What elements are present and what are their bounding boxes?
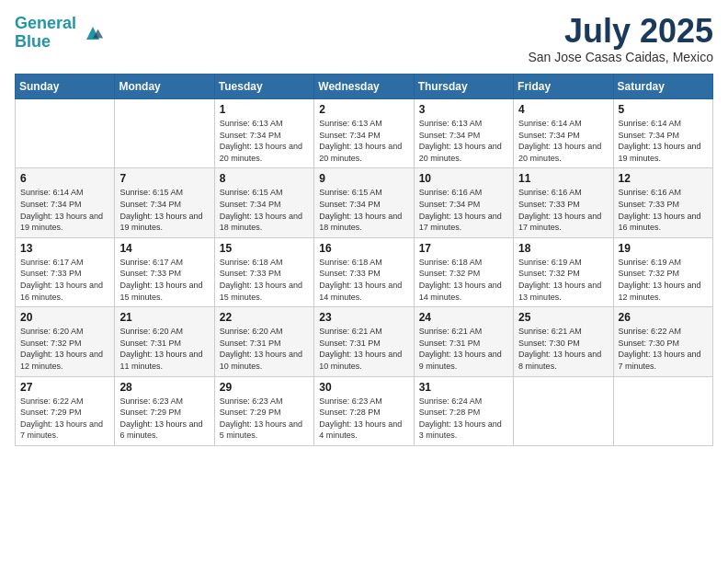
calendar-cell: 16Sunrise: 6:18 AM Sunset: 7:33 PM Dayli…	[314, 237, 414, 306]
calendar-cell: 14Sunrise: 6:17 AM Sunset: 7:33 PM Dayli…	[115, 237, 214, 306]
day-number: 6	[20, 172, 109, 185]
day-number: 15	[220, 242, 309, 255]
day-number: 20	[20, 311, 109, 324]
weekday-header-friday: Friday	[514, 75, 613, 99]
weekday-header-sunday: Sunday	[16, 75, 115, 99]
location-title: San Jose Casas Caidas, Mexico	[528, 50, 713, 64]
calendar-cell: 11Sunrise: 6:16 AM Sunset: 7:33 PM Dayli…	[514, 168, 613, 237]
day-number: 24	[419, 311, 508, 324]
day-info: Sunrise: 6:13 AM Sunset: 7:34 PM Dayligh…	[319, 118, 408, 164]
calendar-cell: 12Sunrise: 6:16 AM Sunset: 7:33 PM Dayli…	[613, 168, 712, 237]
day-info: Sunrise: 6:16 AM Sunset: 7:33 PM Dayligh…	[518, 187, 608, 233]
day-info: Sunrise: 6:23 AM Sunset: 7:29 PM Dayligh…	[220, 396, 309, 442]
calendar-cell: 26Sunrise: 6:22 AM Sunset: 7:30 PM Dayli…	[613, 307, 712, 376]
calendar-cell	[16, 99, 115, 168]
day-number: 7	[119, 172, 209, 185]
week-row-4: 20Sunrise: 6:20 AM Sunset: 7:32 PM Dayli…	[16, 307, 713, 376]
calendar-cell: 27Sunrise: 6:22 AM Sunset: 7:29 PM Dayli…	[16, 376, 115, 445]
day-info: Sunrise: 6:16 AM Sunset: 7:33 PM Dayligh…	[619, 187, 708, 233]
calendar-cell: 20Sunrise: 6:20 AM Sunset: 7:32 PM Dayli…	[16, 307, 115, 376]
day-number: 11	[518, 172, 608, 185]
calendar-cell: 8Sunrise: 6:15 AM Sunset: 7:34 PM Daylig…	[214, 168, 313, 237]
calendar-cell: 21Sunrise: 6:20 AM Sunset: 7:31 PM Dayli…	[115, 307, 214, 376]
day-info: Sunrise: 6:18 AM Sunset: 7:33 PM Dayligh…	[220, 257, 309, 303]
day-number: 18	[518, 242, 608, 255]
day-info: Sunrise: 6:22 AM Sunset: 7:29 PM Dayligh…	[20, 396, 109, 442]
calendar-table: SundayMondayTuesdayWednesdayThursdayFrid…	[15, 74, 713, 446]
day-info: Sunrise: 6:14 AM Sunset: 7:34 PM Dayligh…	[518, 118, 608, 164]
day-info: Sunrise: 6:18 AM Sunset: 7:32 PM Dayligh…	[419, 257, 508, 303]
calendar-cell	[514, 376, 613, 445]
day-number: 12	[619, 172, 708, 185]
day-info: Sunrise: 6:17 AM Sunset: 7:33 PM Dayligh…	[119, 257, 209, 303]
day-info: Sunrise: 6:22 AM Sunset: 7:30 PM Dayligh…	[619, 326, 708, 372]
calendar-cell	[613, 376, 712, 445]
calendar-cell: 3Sunrise: 6:13 AM Sunset: 7:34 PM Daylig…	[414, 99, 513, 168]
week-row-2: 6Sunrise: 6:14 AM Sunset: 7:34 PM Daylig…	[16, 168, 713, 237]
day-info: Sunrise: 6:23 AM Sunset: 7:28 PM Dayligh…	[319, 396, 408, 442]
day-number: 16	[319, 242, 408, 255]
day-number: 3	[419, 103, 508, 116]
day-info: Sunrise: 6:20 AM Sunset: 7:31 PM Dayligh…	[119, 326, 209, 372]
week-row-3: 13Sunrise: 6:17 AM Sunset: 7:33 PM Dayli…	[16, 237, 713, 306]
day-number: 29	[220, 381, 309, 394]
day-info: Sunrise: 6:13 AM Sunset: 7:34 PM Dayligh…	[419, 118, 508, 164]
calendar-cell: 30Sunrise: 6:23 AM Sunset: 7:28 PM Dayli…	[314, 376, 414, 445]
calendar-cell: 2Sunrise: 6:13 AM Sunset: 7:34 PM Daylig…	[314, 99, 414, 168]
day-info: Sunrise: 6:18 AM Sunset: 7:33 PM Dayligh…	[319, 257, 408, 303]
calendar-cell: 29Sunrise: 6:23 AM Sunset: 7:29 PM Dayli…	[214, 376, 313, 445]
day-info: Sunrise: 6:21 AM Sunset: 7:31 PM Dayligh…	[319, 326, 408, 372]
day-number: 30	[319, 381, 408, 394]
day-number: 23	[319, 311, 408, 324]
day-info: Sunrise: 6:16 AM Sunset: 7:34 PM Dayligh…	[419, 187, 508, 233]
day-info: Sunrise: 6:15 AM Sunset: 7:34 PM Dayligh…	[220, 187, 309, 233]
title-block: July 2025 San Jose Casas Caidas, Mexico	[528, 15, 713, 64]
day-number: 4	[518, 103, 608, 116]
calendar-cell: 13Sunrise: 6:17 AM Sunset: 7:33 PM Dayli…	[16, 237, 115, 306]
calendar-cell: 7Sunrise: 6:15 AM Sunset: 7:34 PM Daylig…	[115, 168, 214, 237]
calendar-cell: 1Sunrise: 6:13 AM Sunset: 7:34 PM Daylig…	[214, 99, 313, 168]
day-number: 17	[419, 242, 508, 255]
day-info: Sunrise: 6:24 AM Sunset: 7:28 PM Dayligh…	[419, 396, 508, 442]
calendar-cell: 28Sunrise: 6:23 AM Sunset: 7:29 PM Dayli…	[115, 376, 214, 445]
calendar-cell: 6Sunrise: 6:14 AM Sunset: 7:34 PM Daylig…	[16, 168, 115, 237]
calendar-cell: 23Sunrise: 6:21 AM Sunset: 7:31 PM Dayli…	[314, 307, 414, 376]
day-info: Sunrise: 6:15 AM Sunset: 7:34 PM Dayligh…	[119, 187, 209, 233]
day-info: Sunrise: 6:15 AM Sunset: 7:34 PM Dayligh…	[319, 187, 408, 233]
day-info: Sunrise: 6:21 AM Sunset: 7:30 PM Dayligh…	[518, 326, 608, 372]
weekday-header-wednesday: Wednesday	[314, 75, 414, 99]
day-number: 28	[119, 381, 209, 394]
day-number: 31	[419, 381, 508, 394]
day-number: 5	[619, 103, 708, 116]
week-row-5: 27Sunrise: 6:22 AM Sunset: 7:29 PM Dayli…	[16, 376, 713, 445]
calendar-cell: 9Sunrise: 6:15 AM Sunset: 7:34 PM Daylig…	[314, 168, 414, 237]
weekday-header-saturday: Saturday	[613, 75, 712, 99]
weekday-header-monday: Monday	[115, 75, 214, 99]
day-number: 1	[220, 103, 309, 116]
calendar-cell: 15Sunrise: 6:18 AM Sunset: 7:33 PM Dayli…	[214, 237, 313, 306]
day-info: Sunrise: 6:14 AM Sunset: 7:34 PM Dayligh…	[619, 118, 708, 164]
day-info: Sunrise: 6:13 AM Sunset: 7:34 PM Dayligh…	[220, 118, 309, 164]
day-number: 26	[619, 311, 708, 324]
calendar-cell: 5Sunrise: 6:14 AM Sunset: 7:34 PM Daylig…	[613, 99, 712, 168]
day-number: 13	[20, 242, 109, 255]
day-number: 27	[20, 381, 109, 394]
calendar-cell: 31Sunrise: 6:24 AM Sunset: 7:28 PM Dayli…	[414, 376, 513, 445]
day-number: 8	[220, 172, 309, 185]
calendar-cell: 18Sunrise: 6:19 AM Sunset: 7:32 PM Dayli…	[514, 237, 613, 306]
day-info: Sunrise: 6:17 AM Sunset: 7:33 PM Dayligh…	[20, 257, 109, 303]
month-title: July 2025	[528, 15, 713, 48]
calendar-cell: 24Sunrise: 6:21 AM Sunset: 7:31 PM Dayli…	[414, 307, 513, 376]
day-info: Sunrise: 6:20 AM Sunset: 7:31 PM Dayligh…	[220, 326, 309, 372]
logo-text: General Blue	[15, 15, 76, 52]
calendar-cell: 4Sunrise: 6:14 AM Sunset: 7:34 PM Daylig…	[514, 99, 613, 168]
day-info: Sunrise: 6:19 AM Sunset: 7:32 PM Dayligh…	[518, 257, 608, 303]
day-number: 14	[119, 242, 209, 255]
calendar-cell: 17Sunrise: 6:18 AM Sunset: 7:32 PM Dayli…	[414, 237, 513, 306]
weekday-header-thursday: Thursday	[414, 75, 513, 99]
day-info: Sunrise: 6:23 AM Sunset: 7:29 PM Dayligh…	[119, 396, 209, 442]
day-info: Sunrise: 6:19 AM Sunset: 7:32 PM Dayligh…	[619, 257, 708, 303]
week-row-1: 1Sunrise: 6:13 AM Sunset: 7:34 PM Daylig…	[16, 99, 713, 168]
calendar-cell: 22Sunrise: 6:20 AM Sunset: 7:31 PM Dayli…	[214, 307, 313, 376]
weekday-header-tuesday: Tuesday	[214, 75, 313, 99]
